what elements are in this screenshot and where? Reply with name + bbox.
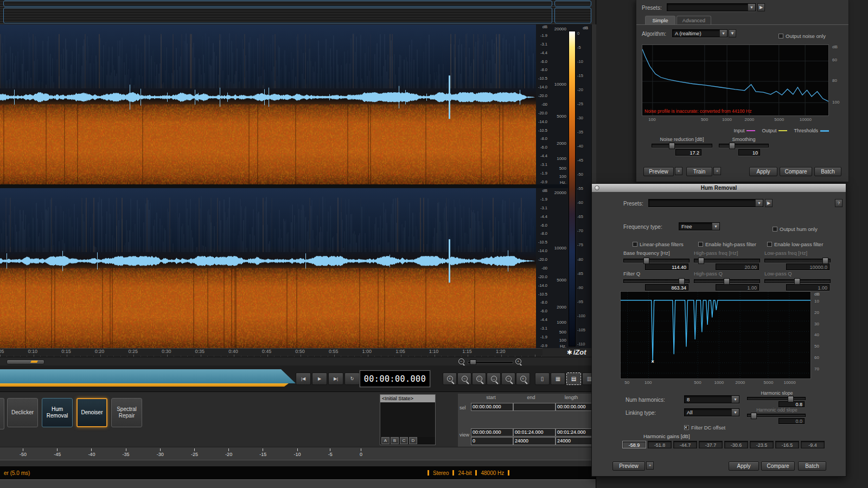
- output-noise-only-checkbox[interactable]: Output noise only: [778, 30, 826, 40]
- module-button-denoiser[interactable]: Denoiser: [76, 398, 107, 427]
- close-button[interactable]: [595, 185, 599, 190]
- harmonic-gain-value[interactable]: -58.9: [622, 441, 646, 448]
- harmonic-gain-value[interactable]: -9.4: [801, 441, 825, 448]
- smoothing-value[interactable]: 10: [738, 149, 760, 156]
- color-gradient-bar[interactable]: [569, 31, 576, 346]
- view-start-samples-cell[interactable]: 0: [471, 437, 513, 445]
- noise-reduction-slider[interactable]: Noise reduction [dB] 17.2: [652, 137, 712, 156]
- slider-track[interactable]: [623, 279, 690, 283]
- preset-browse-button[interactable]: ▶: [757, 3, 765, 11]
- filter-q-value[interactable]: 863.34: [645, 284, 688, 291]
- batch-button[interactable]: Batch: [814, 167, 841, 176]
- preview-options-button[interactable]: +: [675, 167, 682, 175]
- spectrogram-view-button[interactable]: ▦: [551, 373, 565, 385]
- num-harmonics-dropdown[interactable]: 8 ▼: [684, 395, 739, 403]
- waveform-view-button[interactable]: ▯: [535, 373, 550, 385]
- history-item-initial-state[interactable]: <Initial State>: [380, 395, 435, 402]
- train-options-button[interactable]: +: [713, 167, 721, 175]
- presets-dropdown[interactable]: ▼: [648, 199, 763, 207]
- view-end-samples-cell[interactable]: 24000: [513, 437, 556, 445]
- base-frequency-control[interactable]: Base frequency [Hz] 114.40: [623, 247, 691, 270]
- noise-profile-graph[interactable]: Noise profile is inaccurate: converted f…: [642, 44, 829, 116]
- tab-simple[interactable]: Simple: [645, 16, 675, 24]
- time-ruler[interactable]: 0:050:100:150:200:250:300:350:400:450:50…: [0, 348, 542, 357]
- scrollbar-handle[interactable]: [7, 359, 44, 364]
- frequency-type-dropdown[interactable]: Free ▼: [679, 222, 720, 230]
- zoom-out-vertical-button[interactable]: −: [501, 373, 515, 385]
- preview-button[interactable]: Preview: [612, 461, 645, 471]
- module-button-spectral-repair[interactable]: Spectral Repair: [111, 398, 142, 427]
- memory-slot-button[interactable]: C: [400, 437, 408, 444]
- play-selection-button[interactable]: ▶|: [328, 373, 343, 385]
- train-button[interactable]: Train: [686, 167, 712, 176]
- memory-slot-button[interactable]: A: [381, 437, 390, 444]
- linking-type-dropdown[interactable]: All ▼: [684, 408, 739, 416]
- zoom-to-selection-button[interactable]: □: [472, 373, 486, 385]
- filter-dc-offset-checkbox[interactable]: Filter DC offset: [684, 422, 725, 432]
- algorithm-dropdown[interactable]: A (realtime) ▼: [672, 29, 727, 37]
- harmonic-gain-value[interactable]: -23.5: [750, 441, 774, 448]
- compare-button[interactable]: Compare: [761, 461, 795, 471]
- memory-slot-button[interactable]: B: [391, 437, 399, 444]
- harmonic-gain-value[interactable]: -30.6: [724, 441, 748, 448]
- zoom-out-horizontal-button[interactable]: −: [457, 373, 471, 385]
- play-button[interactable]: ▶: [312, 373, 327, 385]
- harmonic-gain-value[interactable]: -44.7: [673, 441, 697, 448]
- slider-handle[interactable]: [669, 143, 675, 149]
- track-segment[interactable]: [554, 1, 591, 7]
- dialog-title[interactable]: Hum Removal: [592, 184, 846, 192]
- spectrogram-channel-left[interactable]: [0, 24, 536, 184]
- tab-advanced[interactable]: Advanced: [676, 16, 711, 24]
- presets-dropdown[interactable]: ▼: [667, 3, 756, 11]
- zoom-slider-handle[interactable]: [470, 359, 476, 365]
- module-button-partial[interactable]: [0, 398, 4, 429]
- module-button-hum-removal[interactable]: Hum Removal: [42, 398, 73, 427]
- horizontal-scrollbar[interactable]: − +: [0, 357, 596, 365]
- harmonic-gain-value[interactable]: -51.8: [648, 441, 672, 448]
- algorithm-extra-button[interactable]: ▼: [729, 29, 736, 37]
- track-segment[interactable]: [3, 8, 552, 23]
- harmonic-slope-slider[interactable]: Harmonic slope 0.8: [747, 390, 807, 407]
- filter-q-control[interactable]: Filter Q 863.34: [623, 268, 691, 291]
- time-display[interactable]: 00:00:00.000: [360, 370, 430, 387]
- view-end-cell[interactable]: 00:01:24.000: [513, 428, 556, 436]
- zoom-out-button[interactable]: −: [457, 358, 465, 365]
- slider-handle[interactable]: [788, 396, 794, 402]
- selection-tool-button[interactable]: ▤: [566, 373, 581, 385]
- sel-start-cell[interactable]: 00:00:00.000: [471, 403, 513, 411]
- output-hum-only-checkbox[interactable]: Output hum only: [773, 223, 818, 233]
- spectrogram-channel-right[interactable]: [0, 188, 536, 348]
- slider-handle[interactable]: [679, 278, 685, 285]
- noise-reduction-value[interactable]: 17.2: [675, 149, 701, 156]
- slider-track[interactable]: [747, 397, 806, 400]
- sel-end-cell[interactable]: [513, 403, 556, 411]
- module-button-declicker[interactable]: Declicker: [7, 398, 38, 427]
- slider-track[interactable]: [623, 259, 690, 262]
- zoom-in-vertical-button[interactable]: +: [516, 373, 530, 385]
- zoom-in-horizontal-button[interactable]: +: [443, 373, 457, 385]
- filter-response-graph[interactable]: ×: [620, 291, 811, 379]
- harmonic-gain-value[interactable]: -37.7: [699, 441, 723, 448]
- apply-button[interactable]: Apply: [749, 167, 777, 176]
- compare-button[interactable]: Compare: [780, 167, 812, 176]
- view-start-cell[interactable]: 00:00:00.000: [471, 428, 513, 436]
- help-button[interactable]: ?: [835, 199, 843, 207]
- zoom-fit-horizontal-button[interactable]: ↔: [487, 373, 501, 385]
- preview-button[interactable]: Preview: [643, 167, 674, 176]
- harmonic-gain-value[interactable]: -16.5: [775, 441, 799, 448]
- preset-browse-button[interactable]: ▶: [765, 199, 773, 207]
- preview-options-button[interactable]: +: [646, 461, 654, 470]
- memory-slot-button[interactable]: D: [409, 437, 417, 444]
- history-list[interactable]: [380, 402, 435, 437]
- slider-handle[interactable]: [643, 258, 649, 264]
- skip-to-start-button[interactable]: |◀: [296, 373, 311, 385]
- zoom-in-button[interactable]: +: [514, 358, 522, 365]
- slider-handle[interactable]: [729, 143, 735, 149]
- track-segment[interactable]: [554, 8, 591, 23]
- slider-track[interactable]: [652, 144, 712, 147]
- track-segment[interactable]: [3, 1, 552, 7]
- apply-button[interactable]: Apply: [729, 461, 759, 471]
- batch-button[interactable]: Batch: [798, 461, 826, 471]
- loop-button[interactable]: ↻: [344, 373, 360, 385]
- smoothing-slider[interactable]: Smoothing 10: [719, 137, 769, 156]
